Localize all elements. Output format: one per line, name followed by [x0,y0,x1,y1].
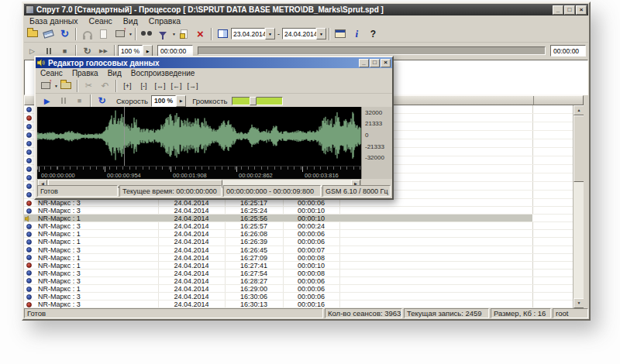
toolbar-separator [90,94,91,107]
total-time-box: 00:00:00 [550,45,586,57]
play-icon: ▶ [44,97,50,105]
window-panel-icon [335,29,346,38]
table-row[interactable]: NR-Маркс : 324.04.201416:25:2400:00:10 [24,207,584,215]
info-button[interactable]: i [349,26,365,42]
table-row[interactable]: NR-Маркс : 324.04.201416:30:0600:00:06 [24,293,584,300]
volume-slider[interactable] [232,97,283,105]
menu-help[interactable]: Справка [143,16,186,26]
cell-name: NR-Маркс : 1 [38,262,81,270]
date-to-dropdown[interactable]: ▼ [316,28,326,39]
dialog-cut-button[interactable]: ✂ [81,78,97,94]
dialog-menu-edit[interactable]: Правка [67,69,103,77]
panel-button[interactable] [332,26,349,42]
date-to-field[interactable]: 24.04.2014 [282,28,316,39]
dialog-speed-spinner[interactable]: ▶ [176,95,186,107]
refresh-button[interactable]: ↻ [57,26,73,42]
dialog-menu-playback[interactable]: Воспроизведение [126,69,200,77]
date-from-field[interactable]: 23.04.2014 [231,28,265,39]
dialog-pause-button[interactable] [55,93,71,108]
maximize-button[interactable]: □ [564,5,575,15]
document-button[interactable] [95,26,112,42]
zoom-in-button[interactable]: [+] [119,82,136,90]
scrollbar-thumb[interactable] [574,115,584,182]
annotate-button[interactable] [176,26,192,42]
dialog-status-selection: 00:00:00:000 - 00:00:09:800 [223,185,321,197]
tick [105,167,105,172]
dialog-play-button[interactable]: ▶ [39,93,55,108]
cell-date: 24.04.2014 [158,222,225,230]
cell-name: NR-Маркс : 1 [38,285,81,293]
speed-spinner[interactable]: ▶ [143,45,153,57]
menu-view[interactable]: Вид [118,16,143,26]
cell-duration: 00:00:06 [283,293,339,300]
help-button[interactable]: ? [365,26,381,42]
go-start-button[interactable]: [←] [168,82,184,90]
zoom-fit-button[interactable]: [↔] [152,82,168,90]
table-row[interactable]: NR-Маркс : 124.04.201416:27:4100:00:10 [24,262,584,270]
export-dropdown-arrow[interactable]: ▼ [129,32,133,36]
scroll-up-button[interactable]: ▲ [574,105,584,115]
table-row[interactable]: NR-Маркс : 124.04.201416:26:0800:00:06 [24,230,584,238]
columns-button[interactable] [215,26,231,42]
dialog-undo-button[interactable]: ↶ [97,78,113,94]
table-row[interactable]: NR-Маркс : 324.04.201416:25:1700:00:06 [24,199,584,207]
position-slider[interactable] [198,46,546,55]
cell-date: 24.04.2014 [158,277,225,285]
voice-editor-dialog: Редактор голосовых данных _ □ × Сеанс Пр… [34,56,394,200]
dialog-menu-session[interactable]: Сеанс [36,69,67,77]
filter-button[interactable] [155,26,171,42]
dialog-loop-button[interactable]: ↻ [94,93,110,108]
table-row[interactable]: NR-Маркс : 324.04.201416:26:4500:00:07 [24,246,584,254]
blue-status-icon [26,294,32,300]
waveform-display[interactable]: 00:00:00:000 00:00:00:954 00:00:01:908 0… [37,107,361,179]
status-session-count: Кол-во сеансов: 3963 [325,308,402,318]
tick [236,167,237,172]
main-titlebar[interactable]: Спрут 7.0 [Стандартный] - Процессор [ D:… [24,4,588,15]
blue-status-icon [26,247,32,252]
delete-button[interactable]: × [192,26,208,42]
dialog-toolbar: ▼ ✂ ↶ [+] [-] [↔] [←] [→] [36,78,392,94]
pause-icon [46,48,48,54]
dialog-speed-box[interactable]: 100 % [151,95,176,107]
table-row[interactable]: NR-Маркс : 124.04.201416:27:0900:00:08 [24,254,584,262]
date-from-dropdown[interactable]: ▼ [265,28,275,39]
go-end-button[interactable]: [→] [184,82,201,90]
dialog-close-button[interactable]: × [381,59,391,67]
table-row[interactable]: NR-Маркс : 124.04.201416:25:5600:00:10 [24,215,584,222]
dialog-menu-view[interactable]: Вид [103,69,126,77]
erase-button[interactable] [40,26,57,42]
minimize-button[interactable]: _ [553,5,563,15]
headphones-icon [83,31,92,37]
table-row[interactable]: NR-Маркс : 324.04.201416:27:5400:00:08 [24,270,584,277]
vertical-scrollbar[interactable]: ▲ ▼ [573,105,584,308]
dialog-minimize-button[interactable]: _ [359,59,369,67]
find-button[interactable] [139,26,155,42]
dialog-maximize-button[interactable]: □ [370,59,380,67]
table-row[interactable]: NR-Маркс : 324.04.201416:28:2700:00:06 [24,277,584,285]
speed-value-box[interactable]: 100 % [118,45,143,57]
listen-button[interactable] [79,26,95,42]
columns-icon [218,29,228,38]
table-row[interactable]: NR-Маркс : 324.04.201416:25:5700:00:24 [24,222,584,230]
dialog-titlebar[interactable]: Редактор голосовых данных _ □ × [36,57,392,68]
dialog-export-button[interactable] [37,78,53,94]
menu-session[interactable]: Сеанс [84,16,118,26]
cell-time: 16:28:27 [225,277,283,285]
dialog-properties-button[interactable] [58,78,74,94]
loop-icon: ↻ [98,95,105,106]
cell-name: NR-Маркс : 3 [38,270,81,277]
menu-database[interactable]: База данных [24,16,84,26]
volume-slider-thumb[interactable] [250,97,257,105]
table-row[interactable]: NR-Маркс : 124.04.201416:29:0000:00:06 [24,285,584,293]
cell-duration: 00:00:10 [283,207,339,215]
dialog-stop-button[interactable]: ■ [71,93,88,108]
cell-duration: 00:00:08 [283,270,339,277]
zoom-out-button[interactable]: [-] [136,82,152,90]
cell-duration: 00:00:07 [283,246,339,254]
status-ready: Готов [24,308,323,318]
binoculars-icon [141,31,152,36]
table-row[interactable]: NR-Маркс : 124.04.201416:26:3900:00:06 [24,238,584,246]
close-button[interactable]: × [576,5,587,15]
open-database-button[interactable] [24,26,40,42]
export-button[interactable] [112,26,128,42]
